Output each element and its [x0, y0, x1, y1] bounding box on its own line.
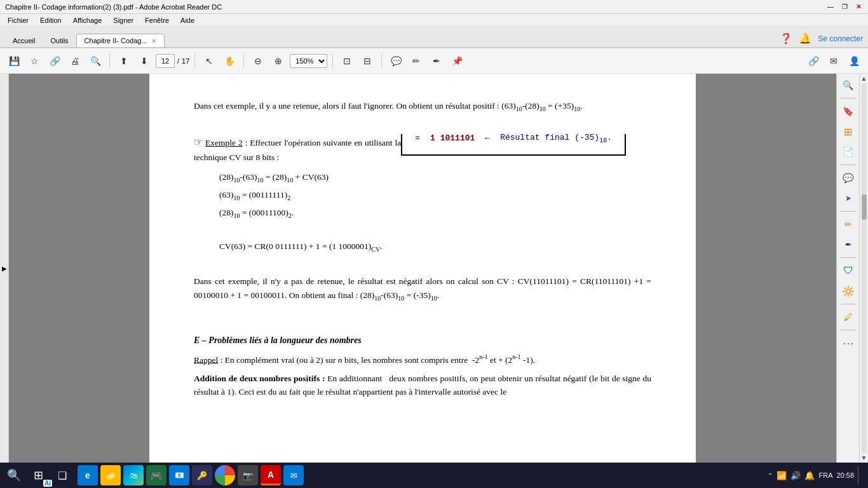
minimize-button[interactable]: — [826, 3, 835, 11]
formula-line-2: (63)10 = (00111111)2 [219, 188, 651, 203]
scrollbar-up[interactable]: ▲ [861, 75, 867, 82]
addition-title: Addition de deux nombres positifs : [194, 374, 327, 383]
bookmark-button[interactable]: ☆ [25, 52, 43, 70]
right-panel: 🔍 🔖 ⊞ 📄 💬 ➤ ✏ ✒ 🛡 🔆 🖊 ⋯ [836, 74, 859, 463]
paragraph-1: Dans cet exemple, il y a une retenue, al… [194, 99, 651, 114]
menubar: Fichier Edition Affichage Signer Fenêtre… [0, 14, 868, 27]
notification-icon[interactable]: 🔔 [799, 32, 811, 44]
hand-tool-button[interactable]: ✋ [220, 52, 238, 70]
vertical-scrollbar[interactable]: ▲ ▼ [859, 74, 868, 463]
taskbar-time: 20:58 [836, 471, 854, 479]
comment-button[interactable]: 💬 [387, 52, 405, 70]
taskbar-edge-icon[interactable]: e [78, 465, 98, 485]
select-tool-button[interactable]: ↖ [200, 52, 218, 70]
panel-pages-button[interactable]: ⊞ [839, 123, 857, 140]
taskbar-chrome-icon[interactable] [215, 465, 235, 485]
reduce-view-button[interactable]: 🔍 [86, 52, 104, 70]
taskbar-key-icon[interactable]: 🔑 [192, 465, 212, 485]
menu-aide[interactable]: Aide [175, 15, 200, 25]
scrollbar-track[interactable] [862, 83, 867, 453]
panel-edit-button[interactable]: ✏ [839, 215, 857, 233]
taskbar-notification-icon[interactable]: 🔔 [804, 471, 815, 480]
mail-button[interactable]: ✉ [825, 52, 843, 70]
menu-signer[interactable]: Signer [108, 15, 139, 25]
calc-sign-3: = [415, 134, 420, 146]
taskbar-network-icon[interactable]: 📶 [776, 471, 787, 480]
menu-fenetre[interactable]: Fenêtre [140, 15, 174, 25]
toolbar-sep1 [109, 54, 110, 68]
print-button[interactable]: 🖨 [66, 52, 84, 70]
toolbar-sep4 [332, 54, 333, 68]
panel-pen-button[interactable]: 🖊 [839, 308, 857, 326]
sign-in-button[interactable]: Se connecter [818, 34, 863, 43]
ai-label[interactable]: Ai [43, 480, 52, 487]
formula-line-3: (28)10 = (00011100)2. [219, 206, 651, 221]
panel-protect-button[interactable]: 🛡 [839, 262, 857, 280]
taskbar-photo-icon[interactable]: 📷 [238, 465, 258, 485]
toolbar: 💾 ☆ 🔗 🖨 🔍 ⬆ ⬇ 12 / 17 ↖ ✋ ⊖ ⊕ 50% 75% 10… [0, 48, 868, 74]
highlight-button[interactable]: ✏ [407, 52, 425, 70]
taskbar-explorer-icon[interactable]: 📁 [100, 465, 121, 485]
scrollbar-down[interactable]: ▼ [861, 454, 867, 461]
menu-fichier[interactable]: Fichier [3, 15, 34, 25]
taskbar-chevron[interactable]: ⌃ [768, 472, 773, 479]
taskbar-show-desktop[interactable] [858, 466, 860, 484]
help-icon[interactable]: ❓ [780, 32, 792, 44]
panel-bookmark-button[interactable]: 🔖 [839, 102, 857, 120]
panel-sign-button[interactable]: ✒ [839, 236, 857, 254]
zoom-in-button[interactable]: ⊕ [269, 52, 287, 70]
link-button[interactable]: 🔗 [804, 52, 822, 70]
tab-document[interactable]: Chapitre II- Codag... ✕ [76, 34, 165, 47]
document-area[interactable]: Dans cet exemple, il y a une retenue, al… [9, 74, 836, 463]
fit-page-button[interactable]: ⊡ [338, 52, 356, 70]
menu-affichage[interactable]: Affichage [68, 15, 107, 25]
panel-comment-button[interactable]: 💬 [839, 169, 857, 187]
taskbar-store-icon[interactable]: 🛍 [123, 465, 144, 485]
maximize-button[interactable]: ❐ [840, 3, 849, 11]
panel-share-button[interactable]: ➤ [839, 189, 857, 207]
stamp-button[interactable]: 📌 [448, 52, 466, 70]
tab-close-button[interactable]: ✕ [151, 37, 156, 44]
taskbar-game-icon[interactable]: 🎮 [146, 465, 166, 485]
panel-tools-button[interactable]: 📄 [839, 143, 857, 161]
panel-more-button[interactable]: ⋯ [839, 334, 857, 352]
taskbar-mail-icon[interactable]: 📧 [169, 465, 189, 485]
titlebar: Chapitre II- Codage information(2) (3).p… [0, 0, 868, 14]
panel-search-button[interactable]: 🔍 [839, 76, 857, 94]
tab-accueil[interactable]: Accueil [5, 34, 43, 47]
panel-enhance-button[interactable]: 🔆 [839, 282, 857, 300]
save-button[interactable]: 💾 [5, 52, 23, 70]
example2-formulas: (28)10-(63)10 = (28)10 + CV(63) (63)10 =… [219, 170, 651, 254]
menu-edition[interactable]: Edition [35, 15, 67, 25]
taskbar-sound-icon[interactable]: 🔊 [790, 471, 801, 480]
page-up-button[interactable]: ⬆ [115, 52, 133, 70]
page-down-button[interactable]: ⬇ [135, 52, 153, 70]
taskbar-taskview-button[interactable]: ❑ [51, 464, 74, 487]
example2-section: 0 0011100 ← (28)10 + 1 1000001 ← CV(63) … [194, 134, 651, 261]
user-button[interactable]: 👤 [845, 52, 863, 70]
left-panel-toggle[interactable]: ▶ [0, 74, 9, 463]
taskbar-acrobat-icon[interactable]: A [261, 465, 281, 485]
draw-button[interactable]: ✒ [428, 52, 445, 70]
zoom-out-button[interactable]: ⊖ [249, 52, 267, 70]
page-total: 17 [182, 57, 189, 65]
calc-arrow-3: ← [485, 134, 490, 146]
share-button[interactable]: 🔗 [46, 52, 64, 70]
taskbar-language: FRA [818, 471, 832, 479]
tab-tools[interactable]: Outils [43, 34, 76, 47]
left-arrow-icon: ▶ [2, 265, 7, 272]
close-button[interactable]: ✕ [854, 3, 863, 11]
taskbar: 🔍 ⊞ ❑ e 📁 🛍 🎮 📧 🔑 📷 A ✉ Ai ⌃ 📶 🔊 🔔 FRA 2… [0, 463, 868, 488]
window-controls: — ❐ ✕ [826, 3, 863, 11]
scrollbar-thumb[interactable] [862, 194, 867, 220]
calc-label-3: Résultat final (-35)10. [500, 134, 612, 147]
page-number-input[interactable]: 12 [156, 54, 175, 68]
taskbar-right-area: ⌃ 📶 🔊 🔔 FRA 20:58 [768, 466, 865, 484]
toolbar-right-actions: 🔗 ✉ 👤 [804, 52, 863, 70]
taskbar-outlook-icon[interactable]: ✉ [283, 465, 304, 485]
fit-width-button[interactable]: ⊟ [358, 52, 376, 70]
page-navigation: 12 / 17 [156, 54, 189, 68]
zoom-dropdown[interactable]: 50% 75% 100% 125% 150% 200% 400% [290, 54, 327, 68]
taskbar-search-button[interactable]: 🔍 [3, 464, 25, 487]
document-page: Dans cet exemple, il y a une retenue, al… [149, 74, 696, 463]
